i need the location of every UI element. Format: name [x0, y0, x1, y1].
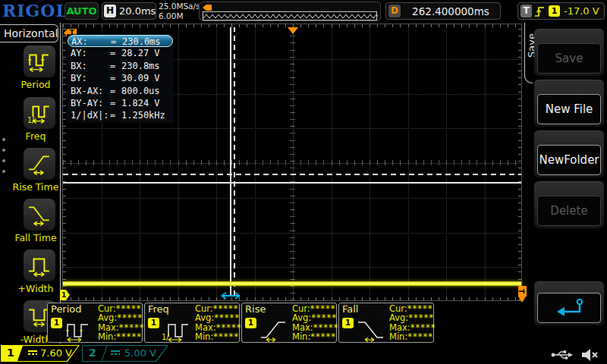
cursor-row-inv-dx: 1/|dX|:=1.250kHz: [67, 109, 174, 121]
channel-status-bar: 1 7.60 V 2 5.00 V: [0, 344, 607, 364]
trigger-t-icon: T: [521, 5, 532, 17]
period-meas-icon: [64, 316, 95, 342]
freq-button[interactable]: 1/: [24, 97, 55, 129]
cursor-measurement-panel: AX:=230.0ms AY:=28.27 V BX:=230.8ms BY:=…: [67, 34, 174, 123]
measurement-box-fall[interactable]: Fall 1 Cur:***** Avg:***** Max:***** Min…: [338, 303, 434, 343]
oscilloscope-screen: RIGOL AUTO H 20.0ms 25.0MSa/s 6.00M pts …: [0, 0, 607, 364]
channel-1-indicator[interactable]: 1 7.60 V: [1, 345, 80, 362]
trigger-status-badge: AUTO: [64, 2, 99, 20]
softkey-slot: NewFolder: [534, 130, 604, 177]
rigol-logo: RIGOL: [2, 1, 68, 20]
fall-meas-icon: [356, 316, 386, 342]
rise-time-button[interactable]: [24, 148, 55, 180]
trigger-position-marker-icon[interactable]: [288, 27, 298, 34]
period-icon: [27, 49, 52, 74]
cursor-row-bxax: BX-AX:=800.0us: [67, 85, 174, 97]
menu-item-pos-width[interactable]: +Width: [0, 249, 61, 298]
softkey-slot: Save: [534, 29, 604, 76]
cursor-ay-line[interactable]: [63, 182, 521, 184]
grid-ticks-center-horizontal: [63, 160, 521, 165]
channel-badge: 1: [51, 318, 62, 328]
menu-item-label: Fall Time: [0, 232, 61, 243]
svg-text:1/: 1/: [162, 333, 169, 341]
pos-width-icon: [27, 253, 52, 278]
memory-waveform-strip: [203, 11, 377, 20]
new-file-button[interactable]: New File: [537, 94, 601, 124]
usb-icon: [551, 349, 574, 361]
measurement-box-rise[interactable]: Rise 1 Cur:***** Avg:***** Max:***** Min…: [241, 303, 337, 343]
measurement-box-freq[interactable]: Freq 1 1/ Cur:***** Avg:***** Max:***** …: [144, 303, 240, 343]
dc-coupling-icon: [111, 350, 120, 356]
trigger-position-left-icon: [203, 5, 212, 11]
freq-icon: 1/: [27, 101, 52, 125]
menu-item-period[interactable]: Period: [0, 46, 61, 94]
delay-d-icon: D: [388, 5, 401, 17]
menu-item-freq[interactable]: 1/ Freq: [0, 97, 61, 146]
return-button[interactable]: [537, 293, 601, 323]
freq-meas-icon: 1/: [162, 316, 192, 342]
softkey-slot: Delete: [534, 181, 604, 228]
page-indicator-dot: [2, 170, 5, 173]
rise-time-icon: [27, 152, 52, 176]
trigger-level-value: -17.0 V: [564, 5, 599, 17]
trigger-level-offscreen-icon[interactable]: T: [518, 286, 527, 297]
cursor-row-ax: AX:=230.0ms: [68, 35, 173, 47]
page-indicator-dot: [2, 159, 5, 162]
cursor-row-by: BY:=30.09 V: [67, 72, 174, 84]
cursor-bx-line[interactable]: [234, 27, 235, 296]
cursor-by-line[interactable]: [63, 174, 521, 175]
top-status-bar: RIGOL AUTO H 20.0ms 25.0MSa/s 6.00M pts …: [0, 0, 607, 23]
channel-2-indicator[interactable]: 2 5.00 V: [82, 345, 168, 362]
channel-1-trace: [63, 281, 521, 286]
horizontal-scale-box[interactable]: H 20.0ms: [102, 2, 156, 20]
return-arrow-icon: [552, 297, 586, 318]
horizontal-scale-value: 20.0ms: [119, 5, 156, 17]
channel-badge: 1: [148, 318, 159, 328]
period-button[interactable]: [24, 46, 55, 77]
horizontal-position-box[interactable]: D 262.400000ms: [385, 2, 501, 20]
channel-2-scale: 5.00 V: [124, 347, 156, 359]
channel-2-number: 2: [89, 347, 96, 359]
channel-badge: 1: [245, 318, 256, 328]
waveform-preview[interactable]: [199, 2, 381, 21]
rising-edge-icon: [534, 5, 546, 18]
save-button[interactable]: Save: [537, 43, 601, 74]
menu-item-label: Freq: [0, 130, 61, 142]
fall-time-button[interactable]: [24, 199, 55, 231]
channel-1-scale: 7.60 V: [40, 347, 72, 359]
measurement-stats: Cur:***** Avg:***** Max:***** Min:*****: [98, 304, 144, 342]
channel-1-number: 1: [7, 347, 14, 359]
pos-width-button[interactable]: [24, 249, 55, 281]
menu-item-fall-time[interactable]: Fall Time: [0, 199, 61, 247]
horizontal-h-icon: H: [104, 5, 116, 17]
measurement-box-period[interactable]: Period 1 Cur:***** Avg:***** Max:***** M…: [47, 303, 143, 343]
waveform-display-grid: T T 1 AX:=230.0ms AY:=28.27 V BX:=230.8m…: [62, 24, 522, 301]
cursor-row-byay: BY-AY:=1.824 V: [67, 97, 174, 109]
trigger-source-badge: 1: [549, 5, 560, 17]
cursor-move-arrow-icon[interactable]: [219, 291, 242, 300]
menu-item-rise-time[interactable]: Rise Time: [0, 148, 61, 196]
dc-coupling-icon: [28, 350, 37, 356]
save-menu-sidebar: Save Save New File NewFolder Delete: [524, 23, 607, 344]
page-indicator-dot: [2, 149, 5, 152]
measure-menu-title: Horizontal: [0, 24, 58, 42]
menu-item-label: +Width: [0, 283, 61, 294]
new-folder-button[interactable]: NewFolder: [537, 145, 601, 175]
rise-meas-icon: [259, 316, 289, 342]
trigger-info-box[interactable]: T 1 -17.0 V: [517, 2, 605, 20]
softkey-slot: New File: [534, 80, 604, 127]
page-indicator-dot: [2, 138, 5, 141]
softkey-slot: [534, 281, 604, 325]
system-status-icons: [551, 347, 599, 362]
channel-badge: 1: [342, 318, 354, 328]
measurement-stats: Cur:***** Avg:***** Max:***** Min:*****: [292, 304, 338, 342]
menu-item-label: Rise Time: [0, 181, 61, 193]
cursor-ax-line[interactable]: [230, 27, 231, 296]
menu-item-label: Period: [0, 79, 61, 90]
speaker-muted-icon: [580, 348, 599, 362]
measure-menu-sidebar: Horizontal Period 1/ Freq: [0, 23, 61, 344]
measurement-stats: Cur:***** Avg:***** Max:***** Min:*****: [389, 304, 436, 342]
cursor-row-ay: AY:=28.27 V: [67, 47, 174, 59]
svg-text:1/: 1/: [27, 116, 35, 124]
delete-button[interactable]: Delete: [537, 196, 601, 226]
